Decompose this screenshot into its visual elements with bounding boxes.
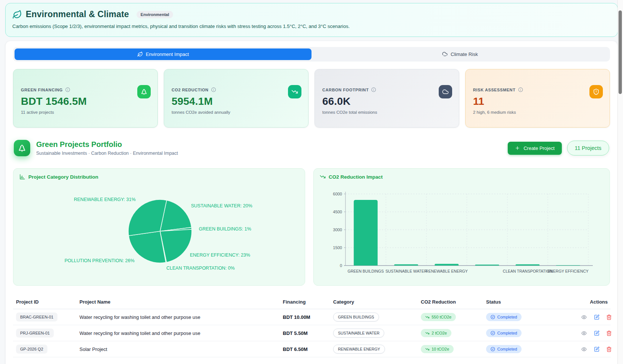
bar-sustainable-water[interactable]	[394, 264, 418, 266]
project-name: Water recycling for washing toilet and o…	[76, 325, 280, 341]
trending-down-icon	[425, 315, 429, 319]
edit-button[interactable]	[594, 314, 599, 320]
create-project-label: Create Project	[523, 145, 554, 151]
col-category: Category	[330, 295, 418, 309]
info-icon[interactable]	[371, 87, 376, 92]
charts-row: Project Category Distribution RENEWABLE …	[13, 168, 610, 286]
leaf-icon	[12, 10, 22, 19]
y-axis-tick: 3000	[333, 228, 342, 232]
col-project-id: Project ID	[13, 295, 76, 309]
view-button[interactable]	[581, 330, 587, 336]
bar-chart-title: CO2 Reduction Impact	[329, 174, 383, 180]
x-axis-label: SUSTAINABLE WATER	[385, 269, 427, 273]
category-badge: RENEWABLE ENERGY	[333, 345, 385, 354]
stat-card-green-financing: GREEN FINANCING BDT 1546.5M 11 active pr…	[13, 69, 158, 128]
stat-value: 66.0K	[322, 95, 451, 107]
trending-down-icon	[425, 331, 429, 335]
co2-reduction-badge: 550 tCO2e	[421, 313, 456, 321]
project-financing: BDT 5.50M	[280, 325, 330, 341]
tab-environment-impact[interactable]: Environment Impact	[15, 48, 312, 60]
environmental-badge: Environmental	[137, 11, 173, 18]
bar-renewable-energy[interactable]	[435, 264, 458, 266]
portfolio-title: Green Projects Portfolio	[36, 140, 178, 149]
vertical-scrollbar[interactable]	[617, 0, 623, 364]
trending-down-icon	[320, 174, 326, 180]
table-row: GP-2026 Q2 Solar Project BDT 6.50M RENEW…	[13, 341, 611, 357]
bar-clean-transportation[interactable]	[516, 264, 539, 266]
delete-button[interactable]	[606, 346, 612, 352]
table-row: BRAC-GREEN-01 Water recycling for washin…	[13, 309, 611, 325]
project-financing: BDT 10.00M	[280, 309, 330, 325]
check-circle-icon	[491, 347, 495, 351]
stats-row: GREEN FINANCING BDT 1546.5M 11 active pr…	[13, 69, 610, 128]
bar-chart-icon	[19, 174, 25, 180]
plus-icon	[515, 145, 520, 151]
stat-label: CO2 REDUCTION	[172, 88, 209, 92]
co2-reduction-bar-chart[interactable]: 01500300045006000GREEN BUILDINGSSUSTAINA…	[320, 182, 601, 281]
create-project-button[interactable]: Create Project	[508, 142, 561, 155]
y-axis-tick: 4500	[333, 210, 342, 214]
bar-energy-efficiency[interactable]	[556, 265, 580, 266]
projects-count-badge: 11 Projects	[567, 141, 609, 156]
delete-button[interactable]	[606, 314, 612, 320]
bar-chart-card: CO2 Reduction Impact 01500300045006000GR…	[313, 168, 610, 286]
pie-label-renewable-energy: RENEWABLE ENERGY: 31%	[74, 197, 136, 202]
pie-chart-card: Project Category Distribution RENEWABLE …	[13, 168, 305, 286]
view-button[interactable]	[581, 346, 587, 352]
stat-label: GREEN FINANCING	[21, 88, 63, 92]
stat-label: CARBON FOOTPRINT	[322, 88, 369, 92]
project-name: Water recycling for washing toilet and o…	[76, 309, 280, 325]
cloud-icon	[439, 85, 452, 98]
x-axis-label: GREEN BUILDINGS	[348, 269, 384, 273]
pie-label-pollution-prevention: POLLUTION PREVENTION: 26%	[65, 258, 135, 263]
delete-button[interactable]	[606, 330, 612, 336]
tree-icon	[14, 140, 30, 156]
category-pie-chart[interactable]	[127, 198, 193, 264]
bar-unlabeled[interactable]	[475, 264, 499, 266]
status-badge: Completed	[486, 329, 522, 337]
stat-card-carbon-footprint: CARBON FOOTPRINT 66.0K tonnes CO2e total…	[314, 69, 459, 128]
trending-down-icon	[288, 85, 301, 98]
info-icon[interactable]	[518, 87, 523, 92]
x-axis-label: RENEWABLE ENERGY	[426, 269, 468, 273]
x-axis-label: CLEAN TRANSPORTATION	[503, 269, 552, 273]
projects-table: Project ID Project Name Financing Catego…	[13, 295, 611, 357]
bar-green-buildings[interactable]	[354, 200, 378, 266]
portfolio-header: Green Projects Portfolio Sustainable Inv…	[14, 140, 609, 156]
pie-label-green-buildings: GREEN BUILDINGS: 1%	[199, 226, 251, 232]
stat-card-risk-assessment: RISK ASSESSMENT 11 2 high, 6 medium risk…	[465, 69, 610, 128]
edit-button[interactable]	[594, 346, 599, 352]
pie-chart-title: Project Category Distribution	[28, 174, 98, 180]
stat-label: RISK ASSESSMENT	[473, 88, 516, 92]
project-financing: BDT 6.50M	[280, 341, 330, 357]
cloud-rain-icon	[442, 51, 448, 57]
stat-subtext: tonnes CO2e avoided annually	[172, 110, 301, 114]
tab-climate-risk[interactable]: Climate Risk	[312, 48, 608, 60]
stat-value: 11	[473, 95, 602, 107]
pie-label-clean-transportation: CLEAN TRANSPORTATION: 0%	[166, 266, 235, 271]
col-financing: Financing	[280, 295, 330, 309]
category-badge: GREEN BUILDINGS	[333, 313, 379, 321]
status-badge: Completed	[486, 313, 522, 321]
stat-subtext: 2 high, 6 medium risks	[473, 110, 602, 114]
stat-subtext: tonnes CO2e total emissions	[322, 110, 451, 114]
page-header: Environmental & Climate Environmental Ca…	[5, 3, 618, 37]
check-circle-icon	[491, 331, 495, 335]
col-actions: Actions	[573, 295, 611, 309]
bar-chart-area: 01500300045006000GREEN BUILDINGSSUSTAINA…	[320, 182, 604, 282]
scrollbar-thumb[interactable]	[619, 10, 622, 94]
info-icon[interactable]	[65, 87, 70, 92]
project-name: Solar Project	[76, 341, 280, 357]
info-icon[interactable]	[211, 87, 216, 92]
category-badge: SUSTAINABLE WATER	[333, 329, 384, 338]
y-axis-tick: 0	[340, 263, 342, 268]
pie-label-sustainable-water: SUSTAINABLE WATER: 20%	[191, 203, 252, 208]
project-id-badge: PRJ-GREEN-01	[16, 329, 54, 338]
pie-chart-area: RENEWABLE ENERGY: 31% SUSTAINABLE WATER:…	[19, 182, 299, 282]
edit-button[interactable]	[594, 330, 599, 336]
col-status: Status	[483, 295, 573, 309]
stat-value: 5954.1M	[172, 95, 301, 107]
tree-icon	[137, 85, 151, 98]
portfolio-subtitle: Sustainable Investments · Carbon Reducti…	[36, 151, 178, 156]
view-button[interactable]	[581, 314, 587, 320]
